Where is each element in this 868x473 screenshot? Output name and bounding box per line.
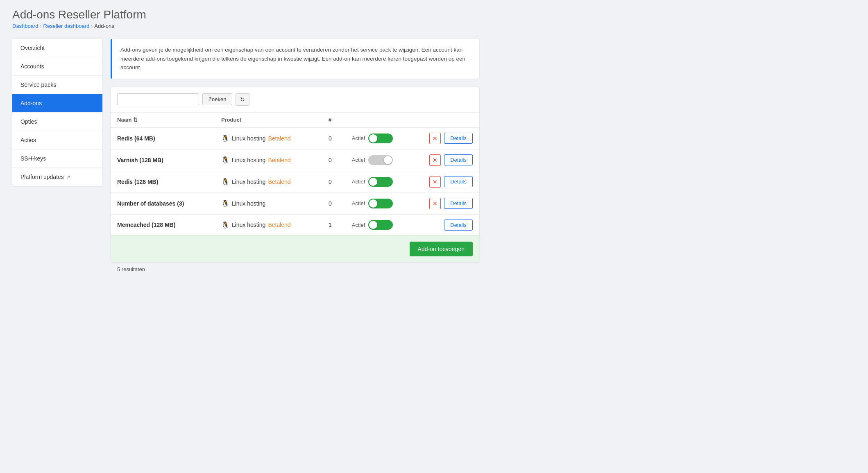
- search-input[interactable]: [117, 93, 199, 105]
- cell-product-2: 🐧 Linux hosting Betalend: [215, 171, 322, 192]
- cell-naam-4: Memcached (128 MB): [111, 214, 215, 235]
- footer-bar: Add-on toevoegen: [111, 235, 479, 262]
- search-button[interactable]: Zoeken: [202, 93, 232, 105]
- cell-hash-1: 0: [322, 149, 345, 171]
- sidebar-item-service-packs[interactable]: Service packs: [12, 76, 102, 94]
- refresh-button[interactable]: ↻: [236, 93, 249, 106]
- breadcrumb: Dashboard › Reseller dashboard › Add-ons: [12, 23, 479, 29]
- delete-button-2[interactable]: ✕: [429, 176, 441, 188]
- cell-naam-1: Varnish (128 MB): [111, 149, 215, 171]
- search-bar: Zoeken ↻: [111, 87, 479, 113]
- content-area: Add-ons geven je de mogelijkheid om een …: [111, 39, 479, 276]
- sidebar-item-platform-updates-label: Platform updates: [20, 174, 64, 180]
- table-row: Redis (64 MB) 🐧 Linux hosting Betalend 0…: [111, 127, 479, 149]
- linux-icon: 🐧: [221, 134, 229, 142]
- cell-naam-0: Redis (64 MB): [111, 127, 215, 149]
- col-header-product: Product: [215, 113, 322, 127]
- col-header-naam[interactable]: Naam ⇅: [111, 113, 215, 127]
- delete-button-0[interactable]: ✕: [429, 133, 441, 144]
- cell-status-4: Actief OK: [345, 214, 423, 235]
- actief-label: Actief: [352, 157, 365, 163]
- cell-actions-3: ✕ Details: [423, 192, 479, 214]
- cell-product-3: 🐧 Linux hosting: [215, 192, 322, 214]
- table-container: Zoeken ↻ Naam ⇅ Product #: [111, 87, 479, 262]
- toggle-off-1[interactable]: ✕: [368, 155, 393, 165]
- sidebar-item-overzicht[interactable]: Overzicht: [12, 39, 102, 57]
- breadcrumb-link-reseller[interactable]: Reseller dashboard: [43, 23, 90, 29]
- table-header-row: Naam ⇅ Product #: [111, 113, 479, 127]
- cell-hash-3: 0: [322, 192, 345, 214]
- cell-hash-4: 1: [322, 214, 345, 235]
- cell-status-0: Actief OK: [345, 127, 423, 149]
- sidebar-item-ssh-keys[interactable]: SSH-keys: [12, 149, 102, 168]
- sidebar-item-platform-updates[interactable]: Platform updates ↗: [12, 168, 102, 186]
- toggle-on-2[interactable]: OK: [368, 177, 393, 187]
- sidebar-item-accounts[interactable]: Accounts: [12, 57, 102, 76]
- product-label: Linux hosting: [232, 179, 266, 185]
- table-row: Number of databases (3) 🐧 Linux hosting …: [111, 192, 479, 214]
- sidebar-item-add-ons[interactable]: Add-ons: [12, 94, 102, 113]
- linux-icon: 🐧: [221, 199, 229, 207]
- toggle-on-4[interactable]: OK: [368, 220, 393, 230]
- results-count: 5 resultaten: [111, 262, 479, 276]
- actief-label: Actief: [352, 135, 365, 141]
- product-label: Linux hosting: [232, 222, 266, 228]
- col-header-hash: #: [322, 113, 345, 127]
- actief-label: Actief: [352, 200, 365, 206]
- cell-actions-1: ✕ Details: [423, 149, 479, 171]
- cell-status-1: Actief ✕: [345, 149, 423, 171]
- toggle-knob: [384, 156, 392, 164]
- cell-naam-3: Number of databases (3): [111, 192, 215, 214]
- product-label: Linux hosting: [232, 200, 266, 207]
- actief-label: Actief: [352, 222, 365, 228]
- add-addon-button[interactable]: Add-on toevoegen: [410, 242, 473, 256]
- sidebar-item-acties[interactable]: Acties: [12, 131, 102, 149]
- cell-product-4: 🐧 Linux hosting Betalend: [215, 214, 322, 235]
- addons-table: Naam ⇅ Product # Redis (64 MB) 🐧 Linux h…: [111, 113, 479, 235]
- details-button-4[interactable]: Details: [444, 220, 473, 231]
- details-button-3[interactable]: Details: [444, 198, 473, 209]
- col-header-actions: [423, 113, 479, 127]
- cell-hash-0: 0: [322, 127, 345, 149]
- linux-icon: 🐧: [221, 156, 229, 164]
- toggle-knob: [369, 178, 377, 186]
- breadcrumb-link-dashboard[interactable]: Dashboard: [12, 23, 39, 29]
- product-label: Linux hosting: [232, 157, 266, 163]
- table-row: Memcached (128 MB) 🐧 Linux hosting Betal…: [111, 214, 479, 235]
- sidebar-item-opties[interactable]: Opties: [12, 113, 102, 131]
- cell-hash-2: 0: [322, 171, 345, 192]
- linux-icon: 🐧: [221, 221, 229, 229]
- toggle-knob: [369, 199, 377, 208]
- toggle-knob: [369, 221, 377, 229]
- toggle-on-0[interactable]: OK: [368, 134, 393, 143]
- details-button-2[interactable]: Details: [444, 176, 473, 187]
- actief-label: Actief: [352, 179, 365, 185]
- external-link-icon: ↗: [66, 174, 70, 180]
- sidebar: Overzicht Accounts Service packs Add-ons…: [12, 39, 102, 186]
- breadcrumb-current: Add-ons: [94, 23, 114, 29]
- toggle-knob: [369, 134, 377, 143]
- table-row: Varnish (128 MB) 🐧 Linux hosting Betalen…: [111, 149, 479, 171]
- delete-button-3[interactable]: ✕: [429, 198, 441, 209]
- delete-button-1[interactable]: ✕: [429, 154, 441, 166]
- cell-actions-4: Details: [423, 214, 479, 235]
- toggle-on-3[interactable]: OK: [368, 199, 393, 208]
- col-header-status: [345, 113, 423, 127]
- table-row: Redis (128 MB) 🐧 Linux hosting Betalend …: [111, 171, 479, 192]
- cell-product-1: 🐧 Linux hosting Betalend: [215, 149, 322, 171]
- linux-icon: 🐧: [221, 178, 229, 186]
- cell-product-0: 🐧 Linux hosting Betalend: [215, 127, 322, 149]
- breadcrumb-sep-1: ›: [40, 23, 42, 29]
- details-button-0[interactable]: Details: [444, 133, 473, 144]
- cell-status-2: Actief OK: [345, 171, 423, 192]
- breadcrumb-sep-2: ›: [91, 23, 93, 29]
- cell-naam-2: Redis (128 MB): [111, 171, 215, 192]
- cell-actions-2: ✕ Details: [423, 171, 479, 192]
- cell-status-3: Actief OK: [345, 192, 423, 214]
- page-title: Add-ons Reseller Platform: [12, 8, 479, 21]
- product-label: Linux hosting: [232, 135, 266, 142]
- cell-actions-0: ✕ Details: [423, 127, 479, 149]
- info-box: Add-ons geven je de mogelijkheid om een …: [111, 39, 479, 79]
- details-button-1[interactable]: Details: [444, 154, 473, 165]
